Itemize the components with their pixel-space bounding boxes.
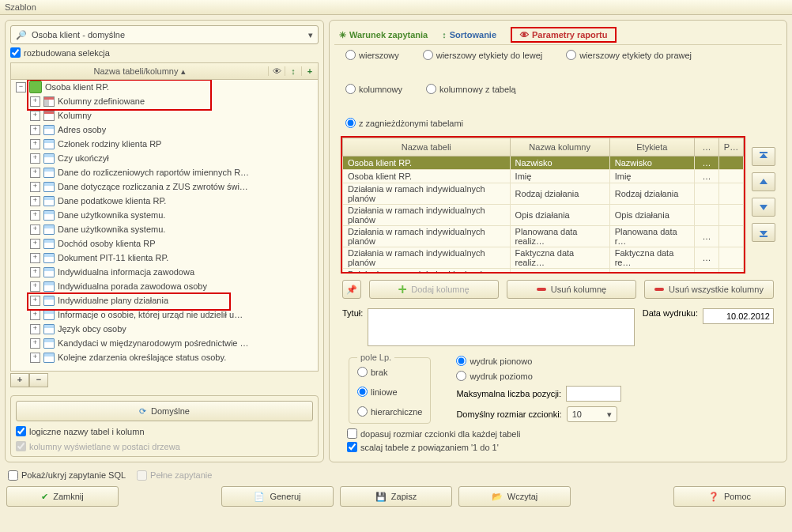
radio-row[interactable]: wierszowy xyxy=(345,50,399,60)
col-extra1[interactable]: … xyxy=(695,138,719,157)
eye-icon[interactable]: 👁 xyxy=(268,66,285,76)
table-icon xyxy=(43,167,55,178)
table-row[interactable]: Działania w ramach indywidualnych planów… xyxy=(343,247,744,269)
table-icon xyxy=(43,309,55,320)
col-column-name[interactable]: Nazwa kolumny xyxy=(510,138,609,157)
expanded-selection-checkbox[interactable]: rozbudowana selekcja xyxy=(10,47,319,58)
folder-icon xyxy=(29,81,42,93)
remove-all-columns-button[interactable]: Usuń wszystkie kolumny xyxy=(644,280,774,299)
collapse-all-button[interactable]: − xyxy=(29,373,48,387)
table-icon xyxy=(43,195,55,206)
table-row[interactable]: Osoba klient RP.ImięImię… xyxy=(343,170,744,183)
tree-node[interactable]: +Dane dotyczące rozliczania z ZUS zwrotó… xyxy=(11,179,318,194)
radio-nested[interactable]: z zagnieżdżonymi tabelami xyxy=(345,118,771,128)
deffont-combo[interactable]: 10▾ xyxy=(567,406,617,422)
move-down-button[interactable] xyxy=(752,198,775,217)
tree-node[interactable]: +Kolumny xyxy=(11,108,318,123)
tree-node[interactable]: +Kandydaci w międzynarodowym pośrednictw… xyxy=(11,336,318,350)
combo-icon: 🔎 xyxy=(16,30,27,40)
tree[interactable]: − Osoba klient RP. + Kolumny zdefiniowan… xyxy=(10,80,319,372)
tree-node[interactable]: +Dane użytkownika systemu. xyxy=(11,208,318,222)
table-row[interactable]: Działania w ramach indywidualnych planów… xyxy=(343,226,744,247)
radio-col[interactable]: kolumnowy xyxy=(345,84,402,94)
default-button[interactable]: ⟳ Domyślne xyxy=(16,401,313,421)
tree-node[interactable]: +Dane użytkownika systemu. xyxy=(11,222,318,236)
tree-node[interactable]: +Dochód osoby klienta RP xyxy=(11,236,318,251)
add-icon[interactable]: + xyxy=(301,66,318,76)
merge-tables-checkbox[interactable]: scalaj tabele z powiązaniem '1 do 1' xyxy=(347,442,769,452)
table-icon xyxy=(43,153,55,164)
title-label: Tytuł: xyxy=(342,308,363,346)
table-icon xyxy=(43,323,55,334)
save-icon: 💾 xyxy=(375,492,387,502)
svg-rect-0 xyxy=(760,152,767,153)
tree-node[interactable]: +Indywidualna porada zawodowa osoby xyxy=(11,279,318,293)
svg-rect-1 xyxy=(760,236,767,237)
move-up-button[interactable] xyxy=(752,172,775,191)
columns-table[interactable]: Nazwa tabeli Nazwa kolumny Etykieta … P…… xyxy=(342,138,744,274)
sort-icon[interactable]: ↕ xyxy=(285,66,301,76)
show-sql-checkbox[interactable]: Pokaż/ukryj zapytanie SQL xyxy=(8,470,126,481)
add-column-button[interactable]: Dodaj kolumnę xyxy=(369,280,499,299)
lp-hier[interactable]: hierarchiczne xyxy=(357,406,422,417)
tree-node[interactable]: +Adres osoby xyxy=(11,123,318,137)
col-label[interactable]: Etykieta xyxy=(609,138,694,157)
table-row[interactable]: Działania w ramach indywidualnych planów… xyxy=(343,269,744,274)
tree-node[interactable]: +Dane podatkowe klienta RP. xyxy=(11,194,318,208)
tree-header-label[interactable]: Nazwa tabeli/kolumny ▴ xyxy=(11,66,268,77)
save-button[interactable]: 💾Zapisz xyxy=(340,486,452,507)
tree-columns-checkbox[interactable]: kolumny wyświetlane w postaci drzewa xyxy=(16,441,313,451)
table-icon xyxy=(43,181,55,192)
expand-all-button[interactable]: + xyxy=(10,373,29,387)
table-icon xyxy=(43,138,55,149)
title-input[interactable] xyxy=(368,308,634,346)
tab-query-condition[interactable]: ✳Warunek zapytania xyxy=(339,30,428,40)
orient-portrait[interactable]: wydruk pionowo xyxy=(456,356,621,366)
tree-node[interactable]: +Indywidualna informacja zawodowa xyxy=(11,265,318,279)
tree-node[interactable]: +Czy ukończył xyxy=(11,151,318,165)
table-row[interactable]: Działania w ramach indywidualnych planów… xyxy=(343,205,744,226)
full-query-checkbox[interactable]: Pełne zapytanie xyxy=(137,470,212,481)
lp-none[interactable]: brak xyxy=(357,367,422,377)
orient-landscape[interactable]: wydruk poziomo xyxy=(456,371,621,381)
tree-node[interactable]: +Kolejne zdarzenia określające status os… xyxy=(11,350,318,364)
move-top-button[interactable] xyxy=(752,147,775,166)
radio-row-left[interactable]: wierszowy etykiety do lewej xyxy=(423,50,543,60)
table-row[interactable]: Osoba klient RP.NazwiskoNazwisko… xyxy=(343,157,744,170)
tree-node[interactable]: +Dokument PIT-11 klienta RP. xyxy=(11,251,318,265)
col-extra2[interactable]: P… xyxy=(719,138,744,157)
pin-button[interactable]: 📌 xyxy=(342,280,361,299)
table-icon xyxy=(43,266,55,277)
logical-names-checkbox[interactable]: logiczne nazwy tabel i kolumn xyxy=(16,426,313,436)
tree-node[interactable]: +Język obcy osoby xyxy=(11,322,318,336)
radio-row-right[interactable]: wierszowy etykiety do prawej xyxy=(566,50,692,60)
tab-report-params[interactable]: 👁Parametry raportu xyxy=(511,27,617,43)
fit-font-checkbox[interactable]: dopasuj rozmiar czcionki dla każdej tabe… xyxy=(347,428,769,439)
template-combo[interactable]: 🔎 Osoba klient - domyślne ▾ xyxy=(10,25,319,44)
tree-node[interactable]: + Kolumny zdefiniowane xyxy=(11,94,318,108)
remove-column-button[interactable]: Usuń kolumnę xyxy=(507,280,636,299)
tree-node[interactable]: +Indywidualne plany działania xyxy=(11,293,318,308)
right-panel: ✳Warunek zapytania ↕Sortowanie 👁Parametr… xyxy=(329,20,787,462)
close-button[interactable]: ✔Zamknij xyxy=(6,486,119,507)
load-button[interactable]: 📂Wczytaj xyxy=(458,486,571,507)
sort-icon: ↕ xyxy=(442,30,447,40)
combo-text: Osoba klient - domyślne xyxy=(32,30,125,40)
print-date-input[interactable] xyxy=(703,308,774,324)
tree-root[interactable]: − Osoba klient RP. xyxy=(11,80,318,94)
maxpos-input[interactable] xyxy=(566,386,621,402)
table-row[interactable]: Działania w ramach indywidualnych planów… xyxy=(343,183,744,205)
tree-node[interactable]: +Informacje o osobie, której urząd nie u… xyxy=(11,308,318,322)
help-button[interactable]: ❓Pomoc xyxy=(673,486,786,507)
move-bottom-button[interactable] xyxy=(752,223,775,242)
tab-sorting[interactable]: ↕Sortowanie xyxy=(442,30,496,40)
tree-node[interactable]: +Członek rodziny klienta RP xyxy=(11,137,318,151)
chevron-down-icon: ▾ xyxy=(308,30,313,40)
table-icon xyxy=(43,295,55,306)
table-icon xyxy=(43,209,55,221)
tree-node[interactable]: +Dane do rozliczeniowych raportów imienn… xyxy=(11,165,318,179)
lp-linear[interactable]: liniowe xyxy=(357,387,422,397)
radio-col-table[interactable]: kolumnowy z tabelą xyxy=(426,84,516,94)
col-table-name[interactable]: Nazwa tabeli xyxy=(343,138,511,157)
generate-button[interactable]: 📄Generuj xyxy=(221,486,334,507)
